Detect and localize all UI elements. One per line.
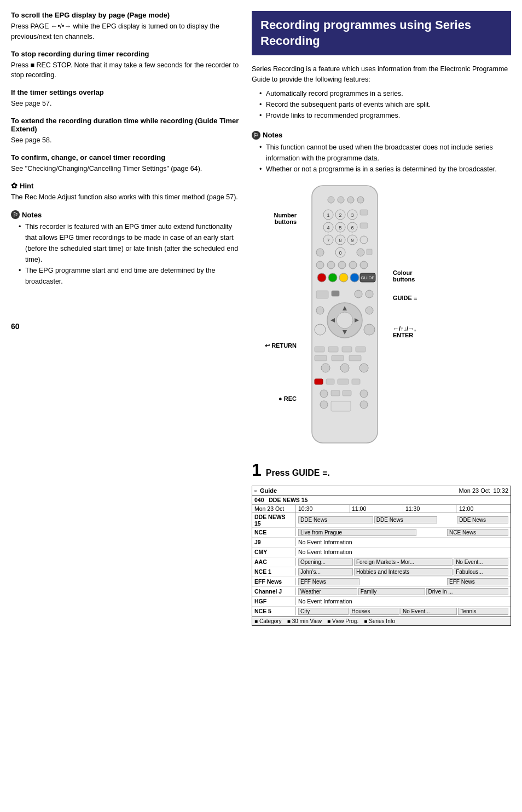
svg-point-55 xyxy=(364,324,375,335)
step1-section: 1 Press GUIDE ≡. ▫ Guide Mon 23 Oct 10:3… xyxy=(252,460,511,626)
guide-datetime: Mon 23 Oct 10:32 xyxy=(459,487,509,494)
svg-rect-59 xyxy=(356,347,366,352)
list-item: Whether or not a programme is in a serie… xyxy=(259,164,511,175)
svg-point-52 xyxy=(316,307,324,314)
svg-point-64 xyxy=(340,364,349,372)
svg-text:7: 7 xyxy=(327,238,329,243)
svg-rect-68 xyxy=(338,379,349,384)
svg-text:4: 4 xyxy=(327,225,329,231)
guide-header: ▫ Guide Mon 23 Oct 10:32 xyxy=(252,486,511,496)
time-slot-1100: 11:00 xyxy=(350,505,403,512)
section-notes-right: ⚐ Notes This function cannot be used whe… xyxy=(252,131,511,175)
number-buttons-label: Numberbuttons xyxy=(274,212,297,225)
svg-rect-42 xyxy=(316,291,328,298)
section-scroll-epg-title: To scroll the EPG display by page (Page … xyxy=(11,11,241,19)
section-notes-left: ⚐ Notes This recorder is featured with a… xyxy=(11,210,241,287)
svg-text:6: 6 xyxy=(351,225,353,231)
table-row: NCE Live from Prague NCE News xyxy=(252,528,511,538)
colour-buttons-label: Colourbuttons xyxy=(393,269,415,283)
svg-rect-57 xyxy=(328,347,338,352)
list-item: Record the subsequent parts of events wh… xyxy=(259,99,511,110)
svg-point-36 xyxy=(317,273,326,282)
remote-section: Numberbuttons ↩ RETURN ● REC 1 xyxy=(252,185,511,449)
svg-text:GUIDE: GUIDE xyxy=(361,275,374,280)
svg-point-32 xyxy=(327,261,335,269)
svg-point-44 xyxy=(355,290,362,298)
time-slot-1130: 11:30 xyxy=(403,505,457,512)
list-item: Automatically record programmes in a ser… xyxy=(259,88,511,99)
notes-left-title: ⚐ Notes xyxy=(11,210,241,219)
svg-rect-66 xyxy=(315,379,323,384)
table-row: CMY No Event Information xyxy=(252,548,511,557)
time-slot-1200: 12:00 xyxy=(457,505,511,512)
section-hint: ✿ Hint The Rec Mode Adjust function also… xyxy=(11,181,241,203)
svg-point-76 xyxy=(360,401,368,408)
svg-point-2 xyxy=(338,197,344,203)
svg-point-47 xyxy=(337,312,353,329)
table-row: AAC Opening... Foreign Markets - Mor... … xyxy=(252,557,511,567)
footer-icon-3: ■ xyxy=(327,618,330,624)
svg-rect-62 xyxy=(349,355,361,361)
section-confirm-change-title: To confirm, change, or cancel timer reco… xyxy=(11,153,241,162)
notes-right-title: ⚐ Notes xyxy=(252,131,511,140)
svg-point-74 xyxy=(320,401,328,408)
svg-point-65 xyxy=(359,364,368,372)
section-scroll-epg-body: Press PAGE ←•/•→ while the EPG display i… xyxy=(11,21,241,42)
return-label: ↩ RETURN xyxy=(265,342,297,349)
page-number: 60 xyxy=(11,322,241,331)
svg-point-38 xyxy=(339,273,348,282)
svg-point-1 xyxy=(328,197,334,203)
guide-footer: ■ Category ■ 30 min View ■ View Prog. ■ … xyxy=(252,617,511,625)
right-column: Recording programmes using Series Record… xyxy=(252,11,511,801)
svg-point-73 xyxy=(360,390,368,398)
guide-table: ▫ Guide Mon 23 Oct 10:32 040 DDE NEWS 15… xyxy=(252,486,511,626)
hint-icon: ✿ xyxy=(11,181,18,190)
note-icon-right: ⚐ xyxy=(252,131,260,140)
svg-point-39 xyxy=(350,273,359,282)
footer-icon-2: ■ xyxy=(287,618,291,624)
section-timer-overlap-body: See page 57. xyxy=(11,99,241,109)
svg-point-29 xyxy=(357,249,364,256)
section-confirm-change-body: See "Checking/Changing/Cancelling Timer … xyxy=(11,164,241,174)
svg-text:3: 3 xyxy=(351,212,353,218)
hint-title: ✿ Hint xyxy=(11,181,241,190)
section-stop-recording-body: Press ■ REC STOP. Note that it may take … xyxy=(11,60,241,81)
guide-label-text: Guide xyxy=(260,487,277,494)
svg-rect-72 xyxy=(343,390,351,396)
svg-point-33 xyxy=(338,261,346,269)
arrows-label: ←/↑↓/→,ENTER xyxy=(393,325,416,338)
table-row: HGF No Event Information xyxy=(252,597,511,607)
rec-label: ● REC xyxy=(279,395,297,402)
svg-point-31 xyxy=(316,261,324,269)
hint-body: The Rec Mode Adjust function also works … xyxy=(11,192,241,203)
list-item: This function cannot be used when the br… xyxy=(259,142,511,164)
svg-point-70 xyxy=(320,390,328,398)
guide-time-slots: 10:30 11:00 11:30 12:00 xyxy=(296,505,511,512)
svg-rect-43 xyxy=(332,291,339,296)
section-confirm-change: To confirm, change, or cancel timer reco… xyxy=(11,153,241,174)
section-stop-recording: To stop recording during timer recording… xyxy=(11,50,241,81)
svg-rect-11 xyxy=(360,210,368,215)
svg-point-54 xyxy=(315,324,326,335)
svg-point-34 xyxy=(349,261,357,269)
footer-viewprog: ■ View Prog. xyxy=(327,618,358,624)
section-extend-duration: To extend the recording duration time wh… xyxy=(11,117,241,146)
svg-rect-71 xyxy=(331,390,340,396)
remote-right-labels: Colourbuttons GUIDE ≡ ←/↑↓/→,ENTER xyxy=(388,185,454,341)
svg-point-63 xyxy=(321,364,330,372)
svg-point-37 xyxy=(328,273,337,282)
main-heading: Recording programmes using Series Record… xyxy=(252,11,511,55)
svg-rect-18 xyxy=(360,223,368,228)
guide-header-left: ▫ Guide xyxy=(254,487,277,494)
section-extend-duration-title: To extend the recording duration time wh… xyxy=(11,117,241,133)
table-row: NCE 5 City Houses No Event... Tennis xyxy=(252,607,511,617)
svg-point-35 xyxy=(360,261,368,269)
svg-rect-60 xyxy=(315,355,327,361)
remote-left-labels: Numberbuttons ↩ RETURN ● REC xyxy=(252,185,301,404)
intro-text: Series Recording is a feature which uses… xyxy=(252,64,511,85)
section-stop-recording-title: To stop recording during timer recording xyxy=(11,50,241,58)
svg-rect-56 xyxy=(315,347,324,352)
svg-rect-30 xyxy=(367,249,372,255)
footer-icon-1: ■ xyxy=(254,618,258,624)
table-row: EFF News EFF News EFF News xyxy=(252,577,511,587)
